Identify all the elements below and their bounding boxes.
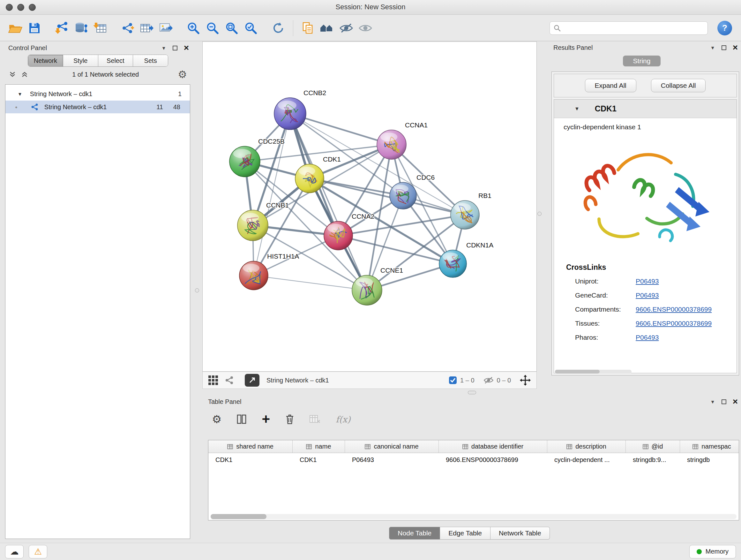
hide-panel-button[interactable] xyxy=(337,18,356,38)
export-image-button[interactable] xyxy=(156,18,176,38)
grid-view-button[interactable] xyxy=(208,375,218,385)
table-cell[interactable]: stringdb xyxy=(680,453,739,466)
network-node-CCNB2[interactable]: CCNB2 xyxy=(274,89,326,130)
zoom-selected-icon xyxy=(245,22,257,35)
table-cell[interactable]: stringdb:9... xyxy=(626,453,680,466)
column-header[interactable]: database identifier xyxy=(439,440,547,453)
tab-network[interactable]: Network xyxy=(28,55,63,66)
table-cell[interactable]: CDK1 xyxy=(293,453,345,466)
table-cell[interactable]: 9606.ENSP00000378699 xyxy=(439,453,547,466)
network-node-CDK1[interactable]: CDK1 xyxy=(295,155,341,193)
image-export-icon xyxy=(159,22,173,34)
network-canvas[interactable]: CCNB2CCNA1CDC25BCDK1CDC6RB1CCNB1CCNA2CDK… xyxy=(202,42,537,372)
column-header[interactable]: @id xyxy=(626,440,680,453)
delete-table-button[interactable] xyxy=(310,415,320,424)
results-panel-collapse-icon[interactable]: ▼ xyxy=(711,45,715,50)
zoom-in-button[interactable] xyxy=(184,18,203,38)
table-panel-close-icon[interactable]: × xyxy=(733,399,738,405)
table-panel-float-icon[interactable] xyxy=(722,399,726,404)
gene-header[interactable]: ▼ CDK1 xyxy=(554,100,737,118)
copy-button[interactable] xyxy=(298,18,318,38)
table-row[interactable]: CDK1 CDK1 P06493 9606.ENSP00000378699 cy… xyxy=(208,453,739,466)
function-builder-button[interactable]: f(x) xyxy=(336,415,350,424)
network-collection-row[interactable]: ▼ String Network – cdk1 1 xyxy=(5,87,190,101)
zoom-selected-button[interactable] xyxy=(241,18,260,38)
delete-column-button[interactable] xyxy=(285,414,294,425)
tab-network-table[interactable]: Network Table xyxy=(490,527,550,540)
control-panel-close-icon[interactable]: × xyxy=(184,45,189,51)
crosslink-link[interactable]: P06493 xyxy=(636,292,659,299)
import-network-database-button[interactable] xyxy=(71,18,91,38)
tab-select[interactable]: Select xyxy=(98,55,133,66)
import-network-file-button[interactable] xyxy=(52,18,71,38)
detach-view-button[interactable] xyxy=(245,374,259,387)
crosslink-link[interactable]: 9606.ENSP00000378699 xyxy=(636,306,712,313)
column-header[interactable]: shared name xyxy=(208,440,293,453)
tab-string[interactable]: String xyxy=(623,56,661,66)
fit-content-button[interactable] xyxy=(222,18,241,38)
control-panel-collapse-icon[interactable]: ▼ xyxy=(161,46,166,51)
control-panel-float-icon[interactable] xyxy=(173,46,178,51)
tab-style[interactable]: Style xyxy=(63,55,98,66)
network-node-CDKN1A[interactable]: CDKN1A xyxy=(439,241,493,277)
table-cell[interactable]: P06493 xyxy=(345,453,439,466)
network-graph[interactable]: CCNB2CCNA1CDC25BCDK1CDC6RB1CCNB1CCNA2CDK… xyxy=(203,42,536,371)
crosslink-link[interactable]: 9606.ENSP00000378699 xyxy=(636,320,712,327)
show-columns-button[interactable] xyxy=(237,415,246,424)
column-header[interactable]: canonical name xyxy=(345,440,439,453)
tab-edge-table[interactable]: Edge Table xyxy=(440,527,490,540)
create-column-button[interactable]: + xyxy=(262,413,270,426)
open-session-button[interactable] xyxy=(6,18,25,38)
table-cell[interactable]: cyclin-dependent ... xyxy=(547,453,626,466)
pan-mode-button[interactable] xyxy=(520,375,531,386)
column-header[interactable]: description xyxy=(547,440,626,453)
apply-layout-button[interactable] xyxy=(269,18,288,38)
network-node-CCNA1[interactable]: CCNA1 xyxy=(377,121,428,159)
cloud-button[interactable]: ☁ xyxy=(5,545,23,558)
column-header[interactable]: name xyxy=(293,440,345,453)
network-row-selected[interactable]: ● String Network – cdk1 11 48 xyxy=(5,101,190,113)
results-scrollbar[interactable] xyxy=(555,370,631,374)
string-sites-button[interactable] xyxy=(318,18,337,38)
collapse-all-button[interactable]: Collapse All xyxy=(651,79,706,92)
crosslink-link[interactable]: P06493 xyxy=(636,277,659,285)
network-node-count: 11 xyxy=(146,104,163,111)
warnings-button[interactable]: ⚠ xyxy=(29,545,47,558)
import-table-button[interactable] xyxy=(91,18,110,38)
crosslink-link[interactable]: P06493 xyxy=(636,334,659,341)
network-node-HIST1H1A[interactable]: HIST1H1A xyxy=(239,253,299,290)
tab-node-table[interactable]: Node Table xyxy=(389,527,440,540)
expand-all-networks-button[interactable] xyxy=(9,71,16,77)
table-horizontal-scrollbar[interactable] xyxy=(211,514,737,519)
expand-all-button[interactable]: Expand All xyxy=(585,79,636,92)
bottom-splitter-handle[interactable] xyxy=(468,391,476,394)
table-panel-collapse-icon[interactable]: ▼ xyxy=(711,399,715,404)
table-cell[interactable]: CDK1 xyxy=(208,453,293,466)
search-input[interactable] xyxy=(564,24,704,32)
right-splitter-handle[interactable] xyxy=(537,212,542,216)
network-options-gear-icon[interactable]: ⚙ xyxy=(178,69,187,79)
collection-label: String Network – cdk1 xyxy=(30,90,178,98)
memory-button[interactable]: Memory xyxy=(689,545,736,558)
tree-expand-icon[interactable]: ▼ xyxy=(17,91,22,97)
results-panel-float-icon[interactable] xyxy=(722,45,726,50)
table-settings-gear-icon[interactable]: ⚙ xyxy=(212,414,221,425)
column-header[interactable]: namespac xyxy=(680,440,739,453)
selected-checkbox-icon[interactable] xyxy=(449,376,457,384)
scrollbar-thumb[interactable] xyxy=(211,514,266,519)
collapse-all-networks-button[interactable] xyxy=(21,71,28,77)
network-node-RB1[interactable]: RB1 xyxy=(451,192,491,229)
new-network-from-selection-button[interactable] xyxy=(118,18,137,38)
hidden-eye-slash-icon[interactable] xyxy=(483,376,494,384)
gene-collapse-icon[interactable]: ▼ xyxy=(575,106,580,112)
help-button[interactable]: ? xyxy=(718,21,732,36)
results-panel-close-icon[interactable]: × xyxy=(733,45,738,51)
network-node-CCNB1[interactable]: CCNB1 xyxy=(238,201,289,241)
save-session-button[interactable] xyxy=(25,18,44,38)
network-overview-button[interactable] xyxy=(225,376,234,384)
tab-sets[interactable]: Sets xyxy=(133,55,168,66)
export-table-button[interactable] xyxy=(137,18,156,38)
left-splitter-handle[interactable] xyxy=(195,288,199,293)
zoom-out-button[interactable] xyxy=(203,18,222,38)
show-panel-button[interactable] xyxy=(356,18,375,38)
